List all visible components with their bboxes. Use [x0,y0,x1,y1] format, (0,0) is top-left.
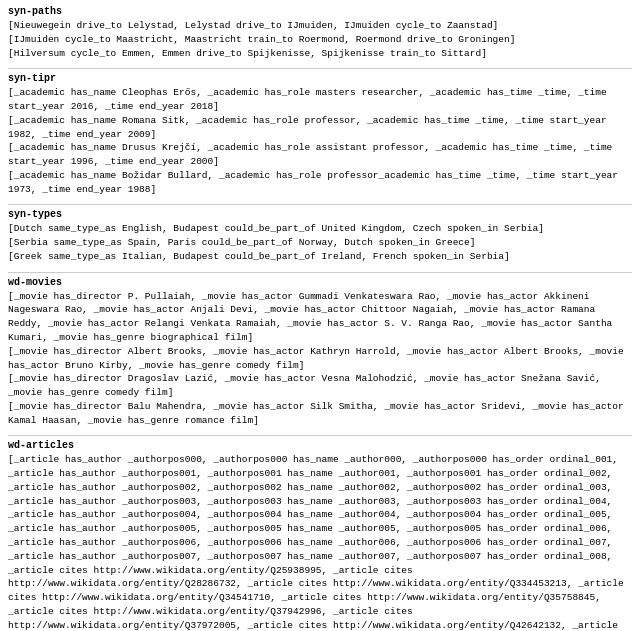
list-item: [_academic has_name Božidar Bullard, _ac… [8,169,632,197]
section-content-wd-movies: [_movie has_director P. Pullaiah, _movie… [8,290,632,428]
section-wd-articles: wd-articles[_article has_author _authorp… [8,440,632,631]
section-content-syn-tipr: [_academic has_name Cleophas Erős, _acad… [8,86,632,196]
section-header-wd-articles: wd-articles [8,440,632,451]
section-content-syn-types: [Dutch same_type_as English, Budapest co… [8,222,632,263]
list-item: [Serbia same_type_as Spain, Paris could_… [8,236,632,250]
list-item: [_article has_author _authorpos000, _aut… [8,453,632,631]
section-divider [8,68,632,69]
section-header-wd-movies: wd-movies [8,277,632,288]
list-item: [Greek same_type_as Italian, Budapest co… [8,250,632,264]
list-item: [Hilversum cycle_to Emmen, Emmen drive_t… [8,47,632,61]
section-header-syn-types: syn-types [8,209,632,220]
list-item: [_academic has_name Romana Sitk, _academ… [8,114,632,142]
section-syn-tipr: syn-tipr[_academic has_name Cleophas Erő… [8,73,632,196]
section-divider [8,204,632,205]
list-item: [Dutch same_type_as English, Budapest co… [8,222,632,236]
list-item: [_movie has_director Balu Mahendra, _mov… [8,400,632,428]
list-item: [Nieuwegein drive_to Lelystad, Lelystad … [8,19,632,33]
list-item: [_academic has_name Drusus Krejčí, _acad… [8,141,632,169]
list-item: [_movie has_director P. Pullaiah, _movie… [8,290,632,345]
page-container: syn-paths[Nieuwegein drive_to Lelystad, … [0,0,640,631]
section-header-syn-tipr: syn-tipr [8,73,632,84]
list-item: [IJmuiden cycle_to Maastricht, Maastrich… [8,33,632,47]
section-wd-movies: wd-movies[_movie has_director P. Pullaia… [8,277,632,428]
list-item: [_movie has_director Albert Brooks, _mov… [8,345,632,373]
section-syn-types: syn-types[Dutch same_type_as English, Bu… [8,209,632,263]
section-content-wd-articles: [_article has_author _authorpos000, _aut… [8,453,632,631]
list-item: [_academic has_name Cleophas Erős, _acad… [8,86,632,114]
section-divider [8,272,632,273]
list-item: [_movie has_director Dragoslav Lazić, _m… [8,372,632,400]
section-header-syn-paths: syn-paths [8,6,632,17]
section-divider [8,435,632,436]
section-syn-paths: syn-paths[Nieuwegein drive_to Lelystad, … [8,6,632,60]
section-content-syn-paths: [Nieuwegein drive_to Lelystad, Lelystad … [8,19,632,60]
